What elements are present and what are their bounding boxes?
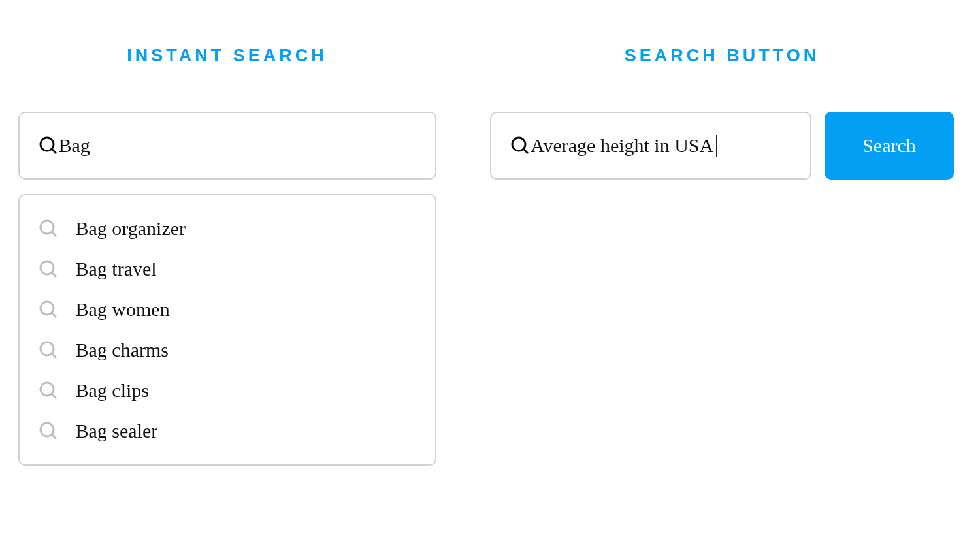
- search-button-heading: SEARCH BUTTON: [625, 46, 820, 66]
- suggestion-item[interactable]: Bag travel: [38, 249, 417, 289]
- svg-line-3: [52, 232, 56, 236]
- search-button-input[interactable]: Average height in USA: [531, 135, 792, 157]
- svg-line-9: [52, 353, 56, 358]
- svg-point-10: [41, 383, 54, 396]
- suggestion-item[interactable]: Bag clips: [38, 370, 417, 411]
- suggestion-item[interactable]: Bag charms: [38, 330, 417, 370]
- instant-search-box[interactable]: Bag: [18, 112, 436, 180]
- search-icon: [38, 340, 59, 360]
- search-icon: [38, 135, 59, 156]
- instant-search-value: Bag: [59, 135, 90, 157]
- text-cursor-icon: [93, 135, 94, 157]
- suggestion-label: Bag clips: [76, 379, 150, 402]
- svg-point-12: [41, 423, 54, 436]
- search-button-box[interactable]: Average height in USA: [490, 112, 811, 180]
- suggestions-dropdown: Bag organizer Bag travel Bag women Bag c…: [18, 194, 436, 466]
- svg-line-1: [52, 149, 56, 153]
- search-icon: [38, 299, 59, 320]
- search-icon: [38, 380, 59, 401]
- suggestion-item[interactable]: Bag sealer: [38, 411, 417, 451]
- suggestion-item[interactable]: Bag organizer: [38, 208, 417, 249]
- svg-line-11: [52, 394, 56, 398]
- search-icon: [38, 259, 59, 279]
- instant-search-heading: INSTANT SEARCH: [127, 46, 327, 66]
- search-button-row: Average height in USA Search: [490, 112, 954, 180]
- search-icon: [38, 421, 59, 441]
- search-button-value: Average height in USA: [531, 135, 713, 157]
- suggestion-label: Bag women: [76, 298, 170, 321]
- search-button-column: SEARCH BUTTON Average height in USA Sear…: [490, 46, 954, 466]
- suggestion-item[interactable]: Bag women: [38, 289, 417, 330]
- svg-point-2: [41, 221, 54, 234]
- search-icon: [510, 135, 531, 156]
- svg-point-8: [41, 342, 54, 355]
- search-icon: [38, 218, 59, 239]
- svg-point-4: [41, 261, 54, 274]
- suggestion-label: Bag travel: [76, 258, 157, 280]
- suggestion-label: Bag sealer: [76, 420, 158, 442]
- svg-point-0: [41, 138, 54, 151]
- instant-search-column: INSTANT SEARCH Bag Bag organizer B: [16, 46, 438, 466]
- svg-point-6: [41, 302, 54, 315]
- suggestion-label: Bag charms: [76, 339, 169, 361]
- suggestion-label: Bag organizer: [76, 217, 186, 240]
- svg-point-14: [512, 138, 525, 151]
- svg-line-13: [52, 434, 56, 439]
- instant-search-input[interactable]: Bag: [59, 135, 417, 157]
- text-cursor-icon: [716, 135, 717, 157]
- search-button[interactable]: Search: [825, 112, 954, 180]
- svg-line-5: [52, 272, 56, 277]
- svg-line-7: [52, 313, 56, 317]
- svg-line-15: [523, 149, 528, 153]
